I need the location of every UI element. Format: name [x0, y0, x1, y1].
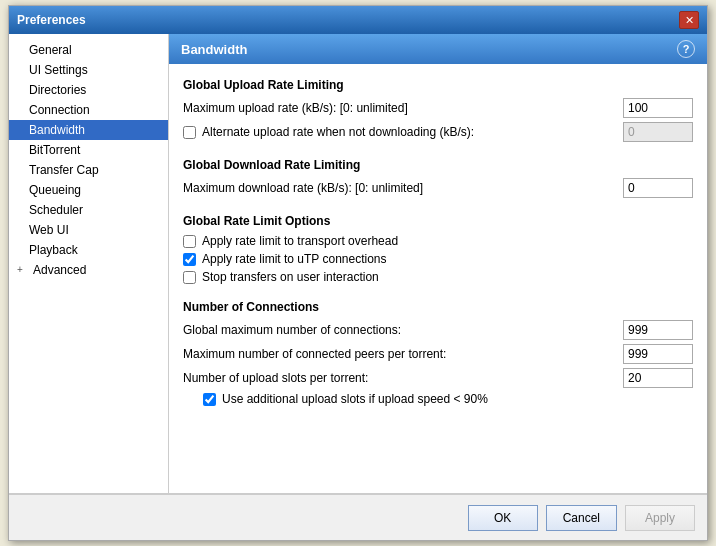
max-upload-label: Maximum upload rate (kB/s): [0: unlimite… [183, 101, 408, 115]
stop-transfer-row: Stop transfers on user interaction [183, 270, 693, 284]
max-download-input[interactable] [623, 178, 693, 198]
cancel-button[interactable]: Cancel [546, 505, 617, 531]
upload-slots-input[interactable] [623, 368, 693, 388]
download-section-title: Global Download Rate Limiting [183, 158, 693, 172]
expand-icon: + [17, 264, 29, 276]
apply-button[interactable]: Apply [625, 505, 695, 531]
additional-slots-row: Use additional upload slots if upload sp… [183, 392, 693, 406]
window-title: Preferences [17, 13, 86, 27]
help-icon[interactable]: ? [677, 40, 695, 58]
sidebar-item-general[interactable]: General [9, 40, 168, 60]
download-section: Global Download Rate Limiting Maximum do… [169, 152, 707, 208]
utp-connections-checkbox[interactable] [183, 253, 196, 266]
stop-transfer-checkbox[interactable] [183, 271, 196, 284]
alternate-rate-label: Alternate upload rate when not downloadi… [202, 125, 474, 139]
sidebar-item-advanced-label: Advanced [33, 263, 86, 277]
sidebar-item-transfer-cap[interactable]: Transfer Cap [9, 160, 168, 180]
alternate-rate-row: Alternate upload rate when not downloadi… [183, 122, 693, 142]
max-peers-label: Maximum number of connected peers per to… [183, 347, 446, 361]
max-connections-input[interactable] [623, 320, 693, 340]
panel-header: Bandwidth ? [169, 34, 707, 64]
max-connections-label: Global maximum number of connections: [183, 323, 401, 337]
utp-connections-label: Apply rate limit to uTP connections [202, 252, 387, 266]
sidebar: General UI Settings Directories Connecti… [9, 34, 169, 493]
utp-connections-row: Apply rate limit to uTP connections [183, 252, 693, 266]
rate-limit-section: Global Rate Limit Options Apply rate lim… [169, 208, 707, 294]
max-upload-input[interactable] [623, 98, 693, 118]
max-upload-row: Maximum upload rate (kB/s): [0: unlimite… [183, 98, 693, 118]
sidebar-item-advanced[interactable]: + Advanced [9, 260, 168, 280]
panel-title: Bandwidth [181, 42, 247, 57]
rate-limit-section-title: Global Rate Limit Options [183, 214, 693, 228]
max-peers-row: Maximum number of connected peers per to… [183, 344, 693, 364]
max-download-row: Maximum download rate (kB/s): [0: unlimi… [183, 178, 693, 198]
connections-section: Number of Connections Global maximum num… [169, 294, 707, 416]
content-area: General UI Settings Directories Connecti… [9, 34, 707, 494]
transport-overhead-row: Apply rate limit to transport overhead [183, 234, 693, 248]
max-peers-input[interactable] [623, 344, 693, 364]
transport-overhead-label: Apply rate limit to transport overhead [202, 234, 398, 248]
sidebar-item-bittorrent[interactable]: BitTorrent [9, 140, 168, 160]
upload-section-title: Global Upload Rate Limiting [183, 78, 693, 92]
upload-slots-row: Number of upload slots per torrent: [183, 368, 693, 388]
title-bar: Preferences ✕ [9, 6, 707, 34]
upload-slots-label: Number of upload slots per torrent: [183, 371, 368, 385]
sidebar-item-queueing[interactable]: Queueing [9, 180, 168, 200]
sidebar-item-ui-settings[interactable]: UI Settings [9, 60, 168, 80]
additional-slots-label: Use additional upload slots if upload sp… [222, 392, 488, 406]
alternate-rate-input[interactable] [623, 122, 693, 142]
sidebar-item-scheduler[interactable]: Scheduler [9, 200, 168, 220]
additional-slots-checkbox[interactable] [203, 393, 216, 406]
main-panel: Bandwidth ? Global Upload Rate Limiting … [169, 34, 707, 493]
max-download-label: Maximum download rate (kB/s): [0: unlimi… [183, 181, 423, 195]
sidebar-item-bandwidth[interactable]: Bandwidth [9, 120, 168, 140]
alternate-rate-checkbox[interactable] [183, 126, 196, 139]
sidebar-item-playback[interactable]: Playback [9, 240, 168, 260]
preferences-window: Preferences ✕ General UI Settings Direct… [8, 5, 708, 541]
close-button[interactable]: ✕ [679, 11, 699, 29]
sidebar-item-directories[interactable]: Directories [9, 80, 168, 100]
transport-overhead-checkbox[interactable] [183, 235, 196, 248]
footer: OK Cancel Apply [9, 494, 707, 540]
sidebar-item-connection[interactable]: Connection [9, 100, 168, 120]
stop-transfer-label: Stop transfers on user interaction [202, 270, 379, 284]
upload-section: Global Upload Rate Limiting Maximum uplo… [169, 72, 707, 152]
connections-section-title: Number of Connections [183, 300, 693, 314]
max-connections-row: Global maximum number of connections: [183, 320, 693, 340]
ok-button[interactable]: OK [468, 505, 538, 531]
sidebar-item-web-ui[interactable]: Web UI [9, 220, 168, 240]
